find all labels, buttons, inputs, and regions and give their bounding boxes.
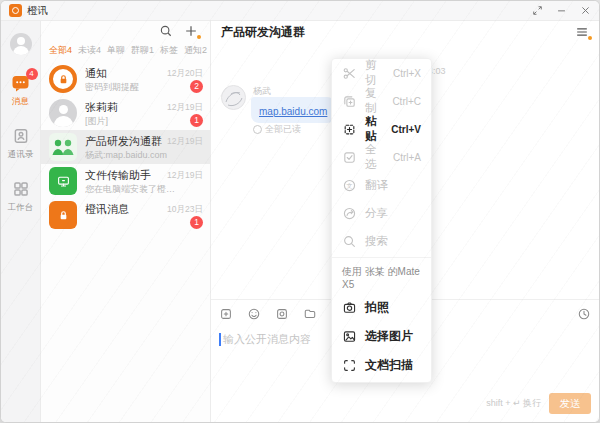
menu-item-shortcut: Ctrl+C	[392, 96, 421, 107]
chat-item-date: 12月19日	[167, 102, 203, 114]
monitor-glyph	[56, 174, 71, 189]
menu-item-shortcut: Ctrl+X	[393, 68, 421, 79]
filter-tabs: 全部4未读4单聊群聊1标签通知2	[41, 41, 210, 59]
sender-avatar[interactable]	[221, 85, 246, 110]
sidebar-item-label: 工作台	[8, 202, 34, 214]
tab-all[interactable]: 全部4	[49, 44, 72, 57]
chat-item-file-transfer[interactable]: 文件传输助手您在电脑端安装了橙讯，可在这里12月19日	[41, 164, 210, 198]
unread-badge: 2	[190, 80, 203, 93]
menu-item-choose-image[interactable]: 选择图片	[332, 322, 431, 351]
menu-item-label: 剪切	[365, 58, 385, 88]
paste-icon	[342, 122, 357, 137]
lock-glyph	[57, 73, 70, 86]
menu-item-label: 搜索	[365, 234, 388, 249]
chat-item-subtitle: 密码到期提醒	[85, 81, 139, 94]
workbench-icon	[12, 180, 30, 198]
tab-group[interactable]: 群聊1	[131, 44, 154, 57]
chat-item-title: 张莉莉	[85, 100, 118, 115]
emoji-icon[interactable]	[247, 307, 261, 321]
send-button[interactable]: 发送	[549, 393, 591, 414]
sidebar-item-contacts[interactable]: 通讯录	[8, 126, 34, 161]
menu-item-search: 搜索	[332, 227, 431, 255]
menu-icon[interactable]	[575, 25, 589, 39]
chat-item-subtitle: 您在电脑端安装了橙讯，可在这里	[85, 183, 181, 196]
list-header	[41, 21, 210, 41]
copy-icon	[342, 94, 357, 109]
tab-tag[interactable]: 标签	[160, 44, 178, 57]
chat-item-title: 产品研发沟通群	[85, 134, 162, 149]
chat-item-date: 12月19日	[167, 136, 203, 148]
select-all-icon	[342, 150, 357, 165]
chat-title: 产品研发沟通群	[221, 24, 305, 41]
chat-item-subtitle: 杨武:map.baidu.com	[85, 149, 167, 162]
translate-icon: 文	[342, 178, 357, 193]
monitor-green-avatar	[49, 167, 77, 195]
menu-item-label: 复制	[365, 86, 384, 116]
chat-item-title: 橙讯消息	[85, 202, 129, 217]
tab-unread[interactable]: 未读4	[78, 44, 101, 57]
menu-item-paste[interactable]: 粘贴Ctrl+V	[332, 115, 431, 143]
close-icon[interactable]	[579, 5, 591, 17]
menu-item-shortcut: Ctrl+V	[391, 124, 421, 135]
menu-item-label: 全选	[365, 142, 385, 172]
chat-item-date: 10月23日	[167, 204, 203, 216]
scan-icon	[342, 358, 357, 373]
menu-item-label: 选择图片	[365, 328, 413, 345]
chat-item-notifications[interactable]: 通知密码到期提醒12月20日2	[41, 62, 210, 96]
chat-item-zhang-lili[interactable]: 张莉莉[图片]12月19日1	[41, 96, 210, 130]
tab-notice[interactable]: 通知2	[184, 44, 207, 57]
search-icon	[342, 234, 357, 249]
chat-header: 产品研发沟通群	[211, 21, 599, 43]
sidebar-item-messages[interactable]: 4消息	[8, 73, 34, 108]
read-status-label: 全部已读	[265, 123, 301, 136]
history-icon[interactable]	[577, 307, 591, 321]
read-status[interactable]: 全部已读	[253, 123, 301, 136]
unread-badge: 1	[190, 114, 203, 127]
chat-item-subtitle: [图片]	[85, 115, 108, 128]
menu-item-label: 粘贴	[365, 114, 383, 144]
app-title: 橙讯	[27, 4, 48, 18]
search-icon[interactable]	[159, 24, 173, 38]
tab-single[interactable]: 单聊	[107, 44, 125, 57]
message-bubble[interactable]: map.baidu.com	[251, 97, 335, 123]
person-gray-avatar	[49, 99, 77, 127]
group-green-avatar	[49, 133, 77, 161]
chat-item-date: 12月19日	[167, 170, 203, 182]
unread-badge: 1	[190, 216, 203, 229]
user-avatar[interactable]	[10, 33, 32, 55]
menu-item-share: 分享	[332, 199, 431, 227]
photo-icon[interactable]	[275, 307, 289, 321]
chat-item-date: 12月20日	[167, 68, 203, 80]
title-bar: 橙讯	[1, 1, 599, 21]
message-link[interactable]: map.baidu.com	[259, 106, 327, 117]
nav-rail: 4消息通讯录工作台	[1, 21, 41, 422]
image-icon	[342, 329, 357, 344]
read-status-icon	[253, 125, 262, 134]
menu-item-translate: 文翻译	[332, 171, 431, 199]
menu-item-shortcut: Ctrl+A	[393, 152, 421, 163]
sidebar-item-workbench[interactable]: 工作台	[8, 179, 34, 214]
conversation-list-panel: 全部4未读4单聊群聊1标签通知2 通知密码到期提醒12月20日2张莉莉[图片]1…	[41, 21, 211, 422]
chat-item-chengxun-news[interactable]: 橙讯消息10月23日1	[41, 198, 210, 232]
add-icon[interactable]	[184, 24, 198, 38]
restore-icon[interactable]	[531, 5, 543, 17]
menu-item-label: 拍照	[365, 299, 389, 316]
minimize-icon[interactable]	[555, 5, 567, 17]
share-icon	[342, 206, 357, 221]
menu-item-select-all: 全选Ctrl+A	[332, 143, 431, 171]
menu-item-copy: 复制Ctrl+C	[332, 87, 431, 115]
menu-item-take-photo[interactable]: 拍照	[332, 293, 431, 322]
screenshot-icon[interactable]	[219, 307, 233, 321]
chat-item-title: 文件传输助手	[85, 168, 151, 183]
device-section-header: 使用 张某 的Mate X5	[332, 257, 431, 293]
menu-item-label: 文档扫描	[365, 357, 413, 374]
newline-hint: shift + ↵ 换行	[486, 397, 541, 410]
menu-item-doc-scan[interactable]: 文档扫描	[332, 351, 431, 380]
text-caret	[219, 333, 221, 346]
lock-circle-orange-avatar	[49, 65, 77, 93]
app-window: 橙讯 4消息通讯录工作台 全部4未读4单聊群聊	[0, 0, 600, 423]
folder-icon[interactable]	[303, 307, 317, 321]
chat-item-product-group[interactable]: 产品研发沟通群杨武:map.baidu.com12月19日	[41, 130, 210, 164]
contacts-icon	[12, 127, 30, 145]
sidebar-item-label: 消息	[12, 96, 29, 108]
